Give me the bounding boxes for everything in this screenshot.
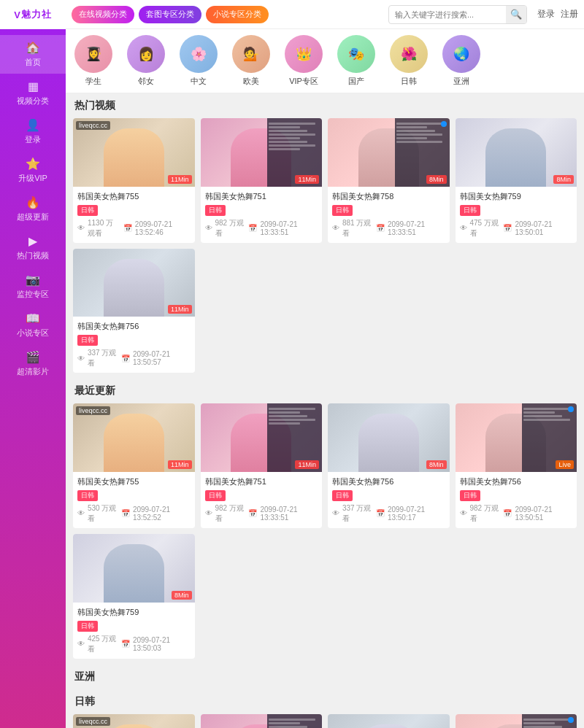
video-card[interactable]: 8Min 韩国美女热舞759 日韩 👁 425 万观看 📅 2099-07-21… xyxy=(73,534,195,659)
video-title: 韩国美女热舞755 xyxy=(77,191,191,202)
calendar-icon: 📅 xyxy=(248,509,257,517)
login-icon: 👤 xyxy=(26,118,40,132)
video-card[interactable]: liveqcc.cc 11Min 韩国美女热舞755 日韩 👁 1130 万观看… xyxy=(73,118,195,243)
video-date: 2099-07-21 13:33:51 xyxy=(260,220,318,236)
view-count: 982 万观看 xyxy=(215,218,246,239)
sidebar-item-login[interactable]: 👤 登录 xyxy=(0,112,66,151)
eye-icon: 👁 xyxy=(205,224,212,232)
video-card[interactable]: 11Min 韩国美女热舞751 日韩 👁 982 万观看 📅 2099-07-2… xyxy=(201,403,323,528)
video-info: 韩国美女热舞755 日韩 👁 530 万观看 📅 2099-07-21 13:5… xyxy=(73,472,195,528)
sidebar-item-home[interactable]: 🏠 首页 xyxy=(0,35,66,74)
search-input[interactable] xyxy=(389,10,506,19)
video-tag: 日韩 xyxy=(77,621,98,632)
jk-video-grid: liveqcc.cc 11Min 韩国美女热舞755 日韩 👁 530 万观看 … xyxy=(73,714,577,728)
sidebar: V 魅力社 🏠 首页 ▦ 视频分类 👤 登录 ⭐ 升级VIP 🔥 超级更新 xyxy=(0,0,66,728)
sidebar-item-login-label: 登录 xyxy=(25,134,41,145)
search-bar: 🔍 xyxy=(388,5,527,24)
video-card[interactable]: 11Min 韩国美女热舞751 日韩 👁 982 万观看 📅 2099-07-2… xyxy=(201,118,323,243)
login-button[interactable]: 登录 xyxy=(537,8,555,20)
duration-badge: 11Min xyxy=(168,305,192,314)
search-button[interactable]: 🔍 xyxy=(506,5,526,24)
video-date: 2099-07-21 13:52:46 xyxy=(135,220,191,236)
video-card[interactable]: 8Min 韩国美女热舞756 日韩 👁 337 万观看 📅 2099-07-21… xyxy=(328,714,450,728)
video-title: 韩国美女热舞751 xyxy=(205,476,318,487)
video-card[interactable]: 8Min 韩国美女热舞758 日韩 👁 881 万观看 📅 2099-07-21… xyxy=(328,118,450,243)
calendar-icon: 📅 xyxy=(376,509,385,517)
video-thumbnail: 8Min xyxy=(328,403,450,472)
live-dot xyxy=(568,717,574,723)
category-japan-korea[interactable]: 🌺 日韩 xyxy=(384,35,434,87)
category-asia[interactable]: 🌏 亚洲 xyxy=(437,35,486,87)
video-thumbnail: 11Min xyxy=(201,403,323,472)
category-japan-korea-label: 日韩 xyxy=(401,76,417,87)
hot-video-grid-row2: 11Min 韩国美女热舞756 日韩 👁 337 万观看 📅 2099-07-2… xyxy=(73,249,577,373)
live-category-button[interactable]: 在线视频分类 xyxy=(72,6,134,23)
sidebar-item-category-label: 视频分类 xyxy=(17,96,49,107)
video-card[interactable]: liveqcc.cc 11Min 韩国美女热舞755 日韩 👁 530 万观看 … xyxy=(73,714,195,728)
video-title: 韩国美女热舞756 xyxy=(460,476,573,487)
category-vip[interactable]: 👑 VIP专区 xyxy=(279,35,328,87)
novel-category-button[interactable]: 小说专区分类 xyxy=(206,6,269,23)
video-card[interactable]: Live 韩国美女热舞758 日韩 👁 982 万观看 📅 2099-07-21… xyxy=(456,714,577,728)
video-date: 2099-07-21 13:33:51 xyxy=(388,220,445,236)
video-card[interactable]: 8Min 韩国美女热舞756 日韩 👁 337 万观看 📅 2099-07-21… xyxy=(328,403,450,528)
video-thumbnail: 8Min xyxy=(328,118,450,187)
category-student[interactable]: 👩‍🎓 学生 xyxy=(69,35,118,87)
video-card[interactable]: Live 韩国美女热舞756 日韩 👁 982 万观看 📅 2099-07-21… xyxy=(456,403,577,528)
duration-badge: 8Min xyxy=(426,175,447,184)
duration-badge: 8Min xyxy=(172,591,192,600)
video-info: 韩国美女热舞751 日韩 👁 982 万观看 📅 2099-07-21 13:3… xyxy=(201,187,323,243)
category-neighbor[interactable]: 👩 邻女 xyxy=(121,35,171,87)
sidebar-item-monitor[interactable]: 📷 监控专区 xyxy=(0,267,66,306)
video-tag: 日韩 xyxy=(205,490,226,501)
video-tag: 日韩 xyxy=(460,490,480,501)
category-vip-label: VIP专区 xyxy=(289,76,318,87)
site-label: liveqcc.cc xyxy=(76,121,110,130)
category-western[interactable]: 💁 欧美 xyxy=(226,35,276,87)
eye-icon: 👁 xyxy=(205,509,212,517)
sidebar-item-novel[interactable]: 📖 小说专区 xyxy=(0,306,66,344)
sidebar-item-hd[interactable]: 🎬 超清影片 xyxy=(0,344,66,383)
video-title: 韩国美女热舞756 xyxy=(332,476,445,487)
video-thumbnail: liveqcc.cc 11Min xyxy=(73,118,195,187)
sidebar-item-update[interactable]: 🔥 超级更新 xyxy=(0,190,66,228)
sidebar-item-home-label: 首页 xyxy=(25,57,41,68)
logo-icon: V xyxy=(14,9,21,20)
vip-icon: ⭐ xyxy=(26,157,40,171)
monitor-icon: 📷 xyxy=(26,273,40,287)
video-card[interactable]: liveqcc.cc 11Min 韩国美女热舞755 日韩 👁 530 万观看 … xyxy=(73,403,195,528)
sidebar-item-vip[interactable]: ⭐ 升级VIP xyxy=(0,151,66,190)
sidebar-item-category[interactable]: ▦ 视频分类 xyxy=(0,74,66,112)
eye-icon: 👁 xyxy=(460,224,467,232)
view-count: 982 万观看 xyxy=(215,503,246,524)
category-chinese[interactable]: 🌸 中文 xyxy=(174,35,223,87)
video-date: 2099-07-21 13:50:57 xyxy=(133,350,191,366)
video-thumbnail: 11Min xyxy=(201,714,323,728)
recent-video-grid: liveqcc.cc 11Min 韩国美女热舞755 日韩 👁 530 万观看 … xyxy=(73,403,577,528)
video-info: 韩国美女热舞751 日韩 👁 982 万观看 📅 2099-07-21 13:3… xyxy=(201,472,323,528)
register-button[interactable]: 注册 xyxy=(561,8,578,20)
category-chinese-label: 中文 xyxy=(191,76,207,87)
video-card[interactable]: 8Min 韩国美女热舞759 日韩 👁 475 万观看 📅 2099-07-21… xyxy=(456,118,577,243)
recent-section: 最近更新 liveqcc.cc 11Min 韩国美女热舞755 日韩 👁 xyxy=(73,384,577,658)
category-domestic-label: 国产 xyxy=(348,76,364,87)
video-title: 韩国美女热舞756 xyxy=(77,321,191,332)
duration-badge: 11Min xyxy=(168,175,192,184)
sidebar-item-hot[interactable]: ▶ 热门视频 xyxy=(0,228,66,267)
video-title: 韩国美女热舞759 xyxy=(460,191,573,202)
view-count: 1130 万观看 xyxy=(88,218,120,239)
sidebar-item-hd-label: 超清影片 xyxy=(17,366,49,377)
hd-icon: 🎬 xyxy=(26,350,40,364)
logo-text: 魅力社 xyxy=(21,8,52,21)
category-domestic[interactable]: 🎭 国产 xyxy=(331,35,381,87)
video-info: 韩国美女热舞755 日韩 👁 1130 万观看 📅 2099-07-21 13:… xyxy=(73,187,195,243)
logo: V 魅力社 xyxy=(0,0,66,29)
calendar-icon: 📅 xyxy=(248,224,257,232)
duration-badge: 11Min xyxy=(295,175,319,184)
photo-category-button[interactable]: 套图专区分类 xyxy=(139,6,201,23)
asia-section: 亚洲 xyxy=(73,670,577,684)
video-card[interactable]: 11Min 韩国美女热舞756 日韩 👁 337 万观看 📅 2099-07-2… xyxy=(73,249,195,373)
eye-icon: 👁 xyxy=(77,224,85,232)
eye-icon: 👁 xyxy=(77,355,85,363)
video-card[interactable]: 11Min 韩国美女热舞751 日韩 👁 982 万观看 📅 2099-07-2… xyxy=(201,714,323,728)
